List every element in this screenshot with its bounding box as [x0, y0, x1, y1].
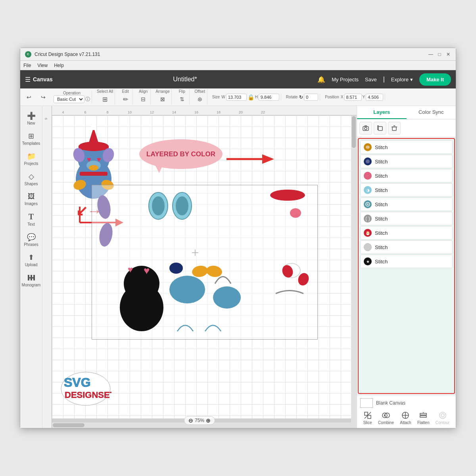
- layer-item-3[interactable]: ·· Stitch: [360, 169, 453, 182]
- contour-action[interactable]: Contour: [436, 411, 450, 425]
- bottom-detail-1: [175, 317, 195, 333]
- svg-rect-16: [80, 172, 107, 176]
- operation-info-button[interactable]: ⓘ: [85, 96, 90, 103]
- layer-item-7[interactable]: 🎅 Stitch: [360, 226, 453, 240]
- panel-copy-button[interactable]: [374, 122, 386, 134]
- redo-button[interactable]: ↪: [38, 92, 49, 103]
- layer-name-6: Stitch: [375, 216, 388, 222]
- close-button[interactable]: ✕: [445, 52, 451, 57]
- bell-icon[interactable]: 🔔: [317, 76, 325, 83]
- explore-button[interactable]: Explore ▾: [391, 77, 413, 83]
- bubble-tail: [155, 165, 163, 173]
- top-nav-center: Untitled*: [58, 76, 313, 83]
- attach-action[interactable]: Attach: [400, 411, 411, 425]
- select-all-button[interactable]: ⊞: [100, 94, 111, 105]
- ruler-num-16: 16: [185, 110, 207, 114]
- canvas-area[interactable]: 4 6 8 10 12 14 16 18 20 22 9: [42, 106, 357, 428]
- flip-button[interactable]: ⇅: [177, 94, 188, 105]
- flatten-label: Flatten: [417, 420, 430, 425]
- bottom-detail-2: [203, 317, 223, 333]
- canvas-grid: ♥ ♥ ↙→: [52, 115, 357, 418]
- copy-icon: [377, 125, 383, 131]
- svg-point-31: [176, 196, 188, 215]
- svg-rect-50: [392, 127, 396, 131]
- body-part-3: [211, 268, 235, 288]
- position-y-input[interactable]: [366, 94, 383, 101]
- svg-rect-49: [378, 127, 382, 131]
- attach-label: Attach: [400, 420, 411, 425]
- layer-item-2[interactable]: Stitch: [360, 155, 453, 168]
- layer-item-9[interactable]: ★ Stitch: [360, 255, 453, 268]
- top-nav-right: 🔔 My Projects Save | Explore ▾ Make It: [317, 73, 451, 86]
- make-it-button[interactable]: Make It: [419, 73, 451, 86]
- layer-item-6[interactable]: ( ) Stitch: [360, 212, 453, 225]
- edit-button[interactable]: ✏: [120, 94, 131, 105]
- slice-icon: [363, 411, 372, 420]
- sidebar-item-upload[interactable]: ⬆ Upload: [22, 251, 41, 269]
- menu-view[interactable]: View: [37, 63, 48, 68]
- vertical-scroll-thumb[interactable]: [352, 116, 356, 148]
- ruler-num-18: 18: [207, 110, 230, 114]
- maximize-button[interactable]: □: [437, 52, 442, 57]
- offset-button[interactable]: ⊛: [194, 94, 205, 105]
- ruler-num-20: 20: [230, 110, 252, 114]
- arrange-label: Arrange: [155, 89, 170, 94]
- flatten-action[interactable]: Flatten: [417, 411, 430, 425]
- size-w-input[interactable]: [226, 94, 247, 101]
- save-button[interactable]: Save: [365, 77, 377, 83]
- svg-point-38: [213, 286, 241, 309]
- minimize-button[interactable]: —: [428, 52, 434, 57]
- menu-file[interactable]: File: [23, 63, 31, 68]
- sidebar-item-templates[interactable]: ⊞ Templates: [22, 129, 41, 148]
- arrange-button[interactable]: ⊠: [157, 94, 168, 105]
- title-bar-controls: — □ ✕: [428, 52, 451, 57]
- sidebar-item-images[interactable]: 🖼 Images: [22, 190, 41, 208]
- zoom-in-button[interactable]: ⊕: [206, 417, 211, 424]
- heart-1: ♥: [128, 265, 133, 275]
- upload-icon: ⬆: [28, 253, 34, 262]
- sidebar-item-projects[interactable]: 📁 Projects: [22, 150, 41, 168]
- undo-button[interactable]: ↩: [23, 92, 35, 103]
- panel-tabs: Layers Color Sync: [357, 106, 456, 119]
- layer-item-8[interactable]: Stitch: [360, 240, 453, 254]
- rotate-input[interactable]: [304, 94, 318, 101]
- slice-action[interactable]: Slice: [363, 411, 372, 425]
- sidebar-item-phrases[interactable]: 💬 Phrases: [22, 230, 41, 249]
- horizontal-scroll-thumb[interactable]: [53, 423, 84, 427]
- my-projects-button[interactable]: My Projects: [332, 77, 359, 83]
- layer-item-4[interactable]: ◑ Stitch: [360, 183, 453, 197]
- layer-item-1[interactable]: Stitch: [360, 140, 453, 154]
- project-title: Untitled*: [173, 76, 197, 83]
- panel-camera-button[interactable]: [359, 122, 372, 134]
- menu-help[interactable]: Help: [54, 63, 64, 68]
- sidebar-item-shapes[interactable]: ◇ Shapes: [22, 170, 41, 188]
- text-icon: T: [29, 212, 34, 221]
- red-hat-pieces: [284, 199, 307, 219]
- position-x-input[interactable]: [344, 94, 362, 101]
- slice-label: Slice: [363, 420, 372, 425]
- operation-select[interactable]: Basic Cut: [54, 95, 84, 103]
- size-h-input[interactable]: [259, 94, 279, 101]
- svg-point-26: [96, 194, 112, 220]
- position-group: Position X Y: [323, 94, 385, 101]
- select-all-group: Select All ⊞: [95, 89, 115, 105]
- svg-point-54: [366, 159, 370, 163]
- combine-action[interactable]: Combine: [378, 411, 394, 425]
- zoom-out-button[interactable]: ⊖: [188, 417, 193, 424]
- contour-icon: [438, 411, 447, 420]
- panel-delete-button[interactable]: [388, 122, 401, 134]
- blank-canvas-box: [360, 398, 373, 408]
- sidebar-item-monogram[interactable]: Monogram: [22, 271, 41, 290]
- tab-color-sync[interactable]: Color Sync: [407, 106, 456, 119]
- flatten-icon: [419, 411, 428, 420]
- svg-point-53: [366, 146, 370, 149]
- vertical-scrollbar[interactable]: [351, 115, 357, 422]
- tab-layers[interactable]: Layers: [357, 106, 407, 119]
- svg-point-15: [89, 165, 98, 171]
- sidebar-item-text[interactable]: T Text: [22, 210, 41, 229]
- hamburger-menu-button[interactable]: ☰ Canvas: [25, 76, 53, 83]
- align-button[interactable]: ⊟: [138, 94, 149, 105]
- heart-2: ♥: [144, 265, 150, 277]
- sidebar-item-new[interactable]: ➕ New: [22, 109, 41, 128]
- layer-item-5[interactable]: Stitch: [360, 198, 453, 211]
